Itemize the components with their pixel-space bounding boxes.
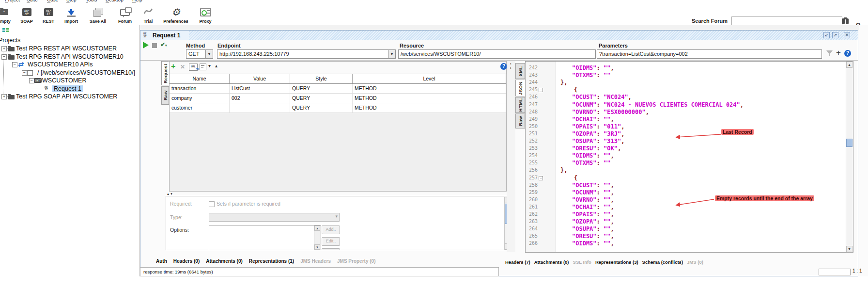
toolbar-button-proxy[interactable]: Proxy (190, 6, 221, 25)
tab-representations-3[interactable]: Representations (3) (595, 259, 638, 265)
tree-item-test-rpg-rest-api-wscustomer10[interactable]: −Test RPG REST API WSCUSTOMER10 (0, 53, 140, 61)
remove-param-button[interactable]: ✕ (180, 64, 185, 70)
submit-request-button[interactable] (143, 42, 149, 48)
response-scrollbar[interactable]: ▲ ▼ (846, 62, 853, 252)
param-cell[interactable]: METHOD (353, 84, 506, 93)
tab-headers-7[interactable]: Headers (7) (505, 259, 530, 265)
workspace-icon[interactable] (2, 28, 9, 33)
menu-item-case[interactable]: Case (47, 0, 58, 2)
tab-html[interactable]: HTML (515, 97, 525, 113)
tab-raw[interactable]: Raw (161, 86, 169, 105)
json-token: "" (604, 225, 610, 232)
tree-item-label: WSCUSTOMER10 APIs (28, 61, 93, 68)
tab-auth[interactable]: Auth (156, 258, 167, 264)
tree-item-label: / [/web/services/WSCUSTOMER10/] (37, 69, 135, 76)
param-cell[interactable]: transaction (170, 84, 230, 93)
endpoint-input[interactable]: http://192.168.243.225:10779 (217, 49, 389, 59)
tree-item-request-1[interactable]: RESTRequest 1 (0, 85, 140, 93)
scroll-down-icon[interactable]: ▼ (314, 244, 320, 250)
json-token: , (740, 101, 744, 108)
search-forum-input[interactable] (731, 16, 842, 26)
param-cell[interactable]: METHOD (353, 94, 506, 103)
param-cell[interactable]: customer (170, 103, 230, 112)
options-scrollbar[interactable]: ▲ ▼ (314, 225, 321, 250)
param-cell[interactable] (230, 103, 290, 112)
tab-attachments-0[interactable]: Attachments (0) (534, 259, 569, 265)
tree-item-test-rpg-soap-api-wscustomer[interactable]: +Test RPG SOAP API WSCUSTOMER (0, 93, 140, 100)
tab-attachments-0[interactable]: Attachments (0) (206, 258, 243, 264)
toolbar-button-save-all[interactable]: Save All (82, 6, 113, 25)
toolbar-button-preferences[interactable]: ⚙Preferences (160, 6, 191, 25)
tab-request[interactable]: Request (161, 61, 169, 85)
menu-item-step[interactable]: Step (66, 0, 77, 2)
param-row-company[interactable]: company002QUERYMETHOD (170, 94, 506, 103)
param-cell[interactable]: QUERY (290, 94, 353, 103)
param-row-customer[interactable]: customerQUERYMETHOD (170, 103, 506, 113)
tree-root-projects[interactable]: Projects (0, 37, 20, 44)
tab-headers-0[interactable]: Headers (0) (173, 258, 200, 264)
param-cell[interactable]: ListCust (230, 84, 290, 93)
tab-representations-1[interactable]: Representations (1) (249, 258, 294, 264)
param-row-transaction[interactable]: transactionListCustQUERYMETHOD (170, 84, 506, 94)
options-listbox[interactable]: ▲ ▼ (209, 225, 321, 250)
scroll-down-icon[interactable]: ▼ (846, 246, 852, 252)
response-json-editor[interactable]: 242"OIDMS": "",243"OTXMS": ""244},245−{2… (525, 61, 853, 253)
param-cell[interactable]: QUERY (290, 103, 353, 112)
tab-schema-conflicts[interactable]: Schema (conflicts) (642, 259, 683, 265)
menu-item-desktop[interactable]: Desktop (106, 0, 124, 2)
window-minimize-button[interactable]: ↙ (823, 32, 830, 38)
param-cell[interactable]: 002 (230, 94, 290, 103)
fold-collapse-icon[interactable]: − (539, 176, 543, 180)
tab-raw[interactable]: Raw (515, 113, 525, 128)
parameters-input[interactable]: ?transaction=ListCust&company=002 (597, 49, 822, 59)
window-maximize-button[interactable]: ↗ (832, 32, 838, 38)
splitter-collapse-arrows[interactable]: ▲▼ (167, 193, 173, 195)
line-number: 245 (529, 87, 538, 92)
param-style-icon[interactable] (200, 64, 206, 70)
resource-input[interactable]: /web/services/WSCUSTOMER10/ (398, 49, 596, 59)
add-assertion-icon[interactable]: ✔▾ (160, 41, 167, 48)
add-param-to-endpoint-icon[interactable]: + (836, 48, 841, 58)
column-header-name[interactable]: Name (170, 74, 230, 83)
move-param-down-icon[interactable]: ▾ (208, 63, 211, 68)
request-window-titlebar[interactable] (140, 31, 858, 40)
params-help-icon[interactable]: ? (500, 63, 507, 70)
tree-item-wscustomer10-apis[interactable]: −⇄WSCUSTOMER10 APIs (0, 61, 140, 68)
collapse-left-icon[interactable]: ‹ (510, 62, 512, 66)
tree-item-test-rpg-rest-api-wscustomer[interactable]: +Test RPG REST API WSCUSTOMER (0, 45, 140, 52)
json-token: "OPAIS" (572, 123, 597, 130)
window-close-button[interactable]: ✕ (844, 32, 850, 38)
method-dropdown-arrow-icon[interactable]: ▼ (205, 49, 213, 59)
tree-item-wscustomer[interactable]: −GETWSCUSTOMER (0, 77, 140, 84)
add-param-button[interactable]: + (171, 62, 175, 71)
column-header-value[interactable]: Value (230, 74, 290, 83)
menu-item-help[interactable]: Help (132, 0, 142, 2)
scrollbar-thumb[interactable] (846, 139, 852, 147)
param-cell[interactable]: QUERY (290, 84, 353, 93)
menu-item-suite[interactable]: Suite (27, 0, 38, 2)
binoculars-search-icon[interactable] (841, 17, 850, 25)
collapse-right-icon[interactable]: › (510, 66, 512, 70)
column-header-level[interactable]: Level (353, 74, 506, 83)
update-params-from-url-icon[interactable]: URL (189, 64, 198, 71)
endpoint-dropdown-arrow-icon[interactable]: ▼ (388, 49, 396, 59)
tab-json[interactable]: JSON (515, 80, 525, 96)
fold-collapse-icon[interactable]: − (539, 88, 543, 92)
menu-item-project[interactable]: Project (5, 0, 20, 2)
tree-item-web-services-wscustomer10[interactable]: −/ [/web/services/WSCUSTOMER10/] (0, 69, 140, 77)
pane-splitter[interactable] (507, 61, 515, 252)
json-token: "OSUPA" (572, 225, 597, 232)
toolbar-help-icon[interactable]: ? (844, 50, 851, 57)
scroll-up-icon[interactable]: ▲ (846, 62, 852, 68)
param-cell[interactable]: company (170, 94, 230, 103)
tab-xml[interactable]: XML (515, 63, 525, 79)
toolbar-button-trial[interactable]: Trial (133, 6, 164, 25)
menu-item-tools[interactable]: Tools (86, 0, 97, 2)
move-param-up-icon[interactable]: ▴ (215, 63, 217, 68)
json-token: "" (604, 189, 610, 196)
column-header-style[interactable]: Style (290, 74, 353, 83)
cancel-request-button[interactable] (152, 43, 157, 48)
scroll-up-icon[interactable]: ▲ (314, 225, 320, 231)
param-cell[interactable]: METHOD (353, 103, 506, 112)
folder-icon (8, 47, 15, 51)
